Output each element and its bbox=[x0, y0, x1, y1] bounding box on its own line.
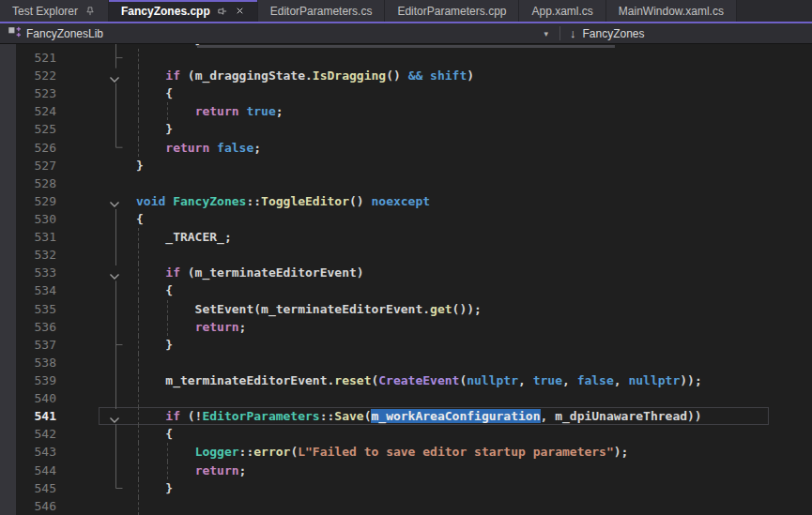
code-line-528[interactable]: 528 bbox=[0, 174, 812, 192]
indent-guide bbox=[138, 246, 139, 264]
code-line-539[interactable]: 539 m_terminateEditorEvent.reset(CreateE… bbox=[0, 371, 812, 389]
code-line-526[interactable]: 526 return false; bbox=[0, 139, 812, 157]
member-dropdown[interactable]: ↓ FancyZones bbox=[560, 27, 654, 40]
code-line-535[interactable]: 535 SetEvent(m_terminateEditorEvent.get(… bbox=[0, 300, 812, 318]
code-token: if bbox=[165, 265, 180, 280]
code-text: return; bbox=[136, 318, 812, 336]
indent-guide bbox=[138, 228, 139, 246]
outline-cell[interactable] bbox=[56, 67, 136, 84]
line-number: 522 bbox=[0, 67, 56, 84]
indent-guide bbox=[138, 84, 139, 102]
outline-cell bbox=[56, 174, 136, 192]
outline-cell[interactable] bbox=[56, 407, 136, 425]
code-line-533[interactable]: 533 if (m_terminateEditorEvent) bbox=[0, 264, 812, 281]
code-line-546[interactable]: 546 bbox=[0, 497, 812, 515]
code-token: } bbox=[136, 44, 202, 47]
code-text: return true; bbox=[136, 102, 812, 120]
code-line-543[interactable]: 543 Logger::error(L"Failed to save edito… bbox=[0, 443, 812, 461]
code-token bbox=[136, 104, 195, 118]
code-line-529[interactable]: 529void FancyZones::ToggleEditor() noexc… bbox=[0, 192, 812, 210]
code-token: ( bbox=[180, 68, 195, 83]
code-token: :: bbox=[239, 445, 254, 459]
code-line-538[interactable]: 538 bbox=[0, 354, 812, 371]
code-token: true bbox=[246, 104, 275, 118]
outline-cell bbox=[56, 157, 136, 174]
close-icon[interactable] bbox=[235, 6, 245, 16]
code-token: ToggleEditor bbox=[261, 194, 349, 208]
line-number: 542 bbox=[0, 425, 56, 443]
pin-horizontal-icon[interactable] bbox=[217, 6, 228, 17]
code-token bbox=[422, 68, 430, 83]
code-line-527[interactable]: 527} bbox=[0, 157, 812, 174]
tab-app-xaml-cs[interactable]: App.xaml.cs bbox=[519, 0, 605, 22]
code-token: () bbox=[349, 194, 371, 208]
pin-vertical-icon[interactable] bbox=[84, 6, 96, 17]
clipped-line-remnant bbox=[197, 45, 615, 48]
tab-label: EditorParameters.cs bbox=[270, 5, 373, 18]
indent-guide bbox=[167, 102, 168, 120]
code-token: shift bbox=[430, 68, 467, 83]
tab-mainwindow-xaml-cs[interactable]: MainWindow.xaml.cs bbox=[606, 0, 737, 22]
code-token: void bbox=[136, 194, 165, 208]
code-token: m_draggingState. bbox=[195, 68, 313, 83]
navigation-bar: FancyZonesLib ▾ ↓ FancyZones bbox=[0, 23, 812, 44]
code-line-542[interactable]: 542 { bbox=[0, 425, 812, 443]
code-line-544[interactable]: 544 return; bbox=[0, 462, 812, 479]
code-line-537[interactable]: 537 } bbox=[0, 336, 812, 354]
highlighted-symbol: m_workAreaConfiguration bbox=[371, 409, 540, 423]
code-token bbox=[136, 68, 165, 83]
outline-cell bbox=[56, 102, 136, 120]
code-line-530[interactable]: 530{ bbox=[0, 210, 812, 228]
code-token: nullptr bbox=[467, 373, 518, 387]
line-number: 529 bbox=[0, 192, 56, 210]
code-line-534[interactable]: 534 { bbox=[0, 281, 812, 299]
code-token: } bbox=[136, 159, 144, 173]
indent-guide bbox=[138, 139, 139, 157]
tab-fancyzones-cpp[interactable]: FancyZones.cpp bbox=[109, 0, 258, 22]
indent-guide bbox=[138, 407, 139, 425]
tab-label: FancyZones.cpp bbox=[121, 5, 210, 18]
code-token: { bbox=[136, 212, 144, 226]
code-token: , bbox=[614, 373, 629, 387]
code-token: } bbox=[136, 481, 173, 495]
indent-guide bbox=[138, 300, 139, 318]
code-line-541[interactable]: 541 if (!EditorParameters::Save(m_workAr… bbox=[0, 407, 812, 425]
code-token: false bbox=[217, 141, 253, 155]
code-lines: 520 }521522 if (m_draggingState.IsDraggi… bbox=[0, 44, 812, 515]
code-token: if bbox=[165, 68, 180, 83]
code-token: ) bbox=[467, 68, 474, 83]
code-text bbox=[136, 389, 812, 407]
indent-guide bbox=[138, 479, 139, 497]
code-token: } bbox=[136, 338, 173, 352]
outline-cell[interactable] bbox=[56, 192, 136, 210]
code-line-532[interactable]: 532 bbox=[0, 246, 812, 264]
outline-cell bbox=[56, 497, 136, 515]
code-line-521[interactable]: 521 bbox=[0, 49, 812, 67]
code-token: { bbox=[136, 283, 173, 297]
code-line-525[interactable]: 525 } bbox=[0, 120, 812, 138]
line-number: 521 bbox=[0, 49, 56, 67]
code-line-545[interactable]: 545 } bbox=[0, 479, 812, 497]
code-line-536[interactable]: 536 return; bbox=[0, 318, 812, 336]
code-token: () bbox=[386, 68, 407, 83]
code-line-531[interactable]: 531 _TRACER_; bbox=[0, 228, 812, 246]
indent-guide bbox=[138, 425, 139, 443]
code-line-522[interactable]: 522 if (m_draggingState.IsDragging() && … bbox=[0, 67, 812, 84]
code-line-523[interactable]: 523 { bbox=[0, 84, 812, 102]
code-token: reset bbox=[334, 373, 371, 387]
chevron-down-icon: ▾ bbox=[544, 29, 552, 38]
code-token: ; bbox=[239, 463, 247, 477]
code-line-540[interactable]: 540 bbox=[0, 389, 812, 407]
line-number: 537 bbox=[0, 336, 56, 354]
code-editor[interactable]: 520 }521522 if (m_draggingState.IsDraggi… bbox=[0, 44, 812, 515]
line-number: 546 bbox=[0, 497, 56, 515]
line-number: 540 bbox=[0, 389, 56, 407]
tab-editorparameters-cpp[interactable]: EditorParameters.cpp bbox=[385, 0, 519, 22]
code-line-524[interactable]: 524 return true; bbox=[0, 102, 812, 120]
tab-editorparameters-cs[interactable]: EditorParameters.cs bbox=[258, 0, 386, 22]
indent-guide bbox=[138, 49, 139, 67]
tab-test-explorer[interactable]: Test Explorer bbox=[0, 0, 109, 22]
outline-cell[interactable] bbox=[56, 264, 136, 281]
project-dropdown[interactable]: FancyZonesLib ▾ bbox=[0, 23, 559, 43]
code-token: ; bbox=[239, 320, 247, 334]
